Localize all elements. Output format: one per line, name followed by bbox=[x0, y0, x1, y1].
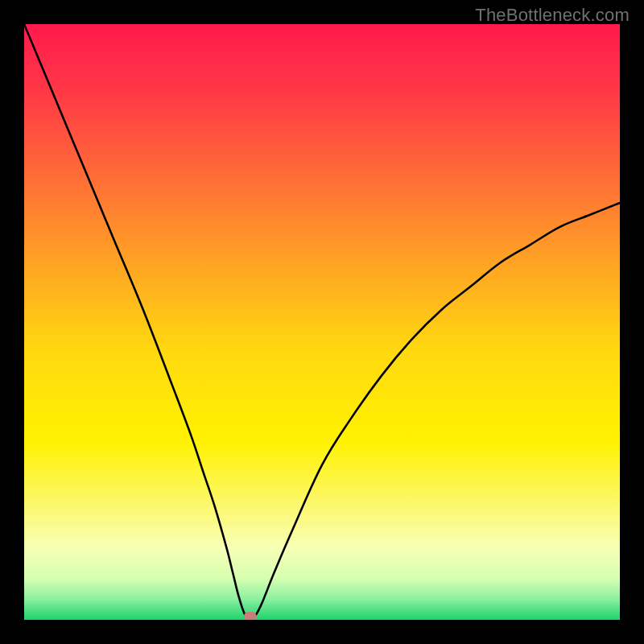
chart-frame: TheBottleneck.com bbox=[0, 0, 644, 644]
watermark-text: TheBottleneck.com bbox=[475, 5, 630, 26]
plot-area bbox=[24, 24, 620, 620]
optimal-point-marker bbox=[244, 612, 257, 620]
bottleneck-curve bbox=[24, 24, 620, 620]
